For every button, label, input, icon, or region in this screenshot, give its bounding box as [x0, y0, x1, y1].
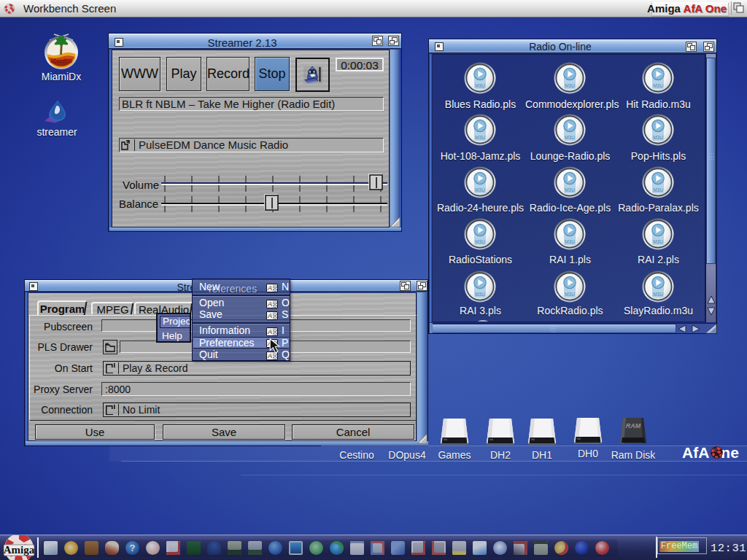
svg-text:Amiga: Amiga — [4, 544, 34, 556]
svg-text:RAM: RAM — [626, 422, 641, 429]
svg-text:MiamiDX: MiamiDX — [50, 58, 72, 63]
